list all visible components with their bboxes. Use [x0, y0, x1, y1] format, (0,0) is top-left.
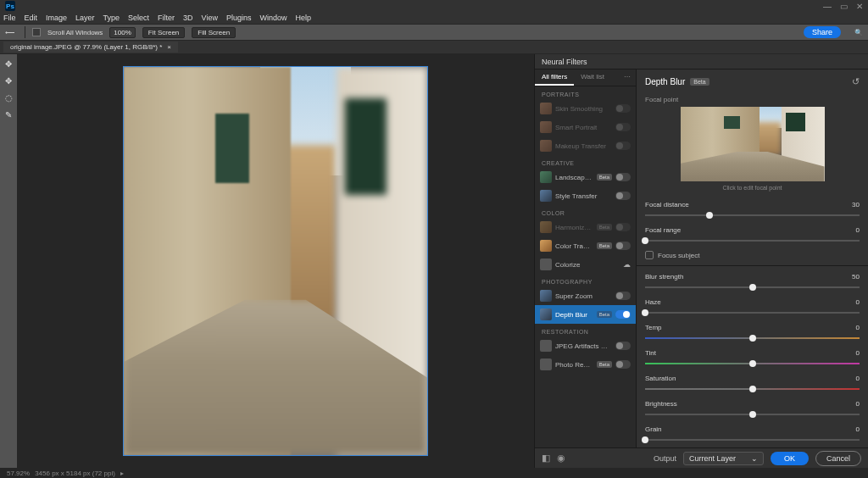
- focal-distance-slider[interactable]: [645, 211, 860, 220]
- menu-help[interactable]: Help: [296, 14, 312, 22]
- temp-value: 0: [856, 324, 860, 331]
- menu-image[interactable]: Image: [46, 14, 67, 22]
- divider: [25, 26, 25, 38]
- document-canvas[interactable]: [123, 66, 428, 456]
- menu-select[interactable]: Select: [128, 14, 149, 22]
- fit-screen-button[interactable]: Fit Screen: [142, 27, 185, 38]
- saturation-label: Saturation: [645, 375, 676, 382]
- window-minimize[interactable]: —: [823, 2, 832, 11]
- canvas-area[interactable]: [17, 54, 534, 468]
- menu-type[interactable]: Type: [103, 14, 120, 22]
- menubar: File Edit Image Layer Type Select Filter…: [0, 12, 868, 24]
- status-zoom[interactable]: 57.92%: [7, 470, 30, 477]
- chevron-down-icon: ⌄: [751, 454, 758, 463]
- cancel-button[interactable]: Cancel: [815, 451, 861, 466]
- app-logo: Ps: [5, 1, 15, 11]
- saturation-value: 0: [856, 375, 860, 382]
- temp-slider[interactable]: [645, 334, 860, 342]
- home-icon[interactable]: ⟵: [5, 29, 14, 36]
- document-tab-title: original image.JPEG @ 77.9% (Layer 1, RG…: [10, 43, 162, 51]
- focal-range-slider[interactable]: [645, 236, 860, 245]
- status-docinfo[interactable]: 3456 px x 5184 px (72 ppi): [35, 470, 115, 477]
- close-icon[interactable]: ×: [167, 43, 171, 51]
- menu-plugins[interactable]: Plugins: [226, 14, 252, 22]
- filter-style-transfer[interactable]: Style Transfer: [535, 186, 636, 205]
- focal-distance-label: Focal distance: [645, 201, 689, 208]
- filter-landscape-mixer[interactable]: Landscape MixerBeta: [535, 168, 636, 186]
- filter-skin-smoothing[interactable]: Skin Smoothing: [535, 99, 636, 118]
- filter-color-transfer[interactable]: Color TransferBeta: [535, 236, 636, 255]
- neural-filters-panel: Neural Filters All filters Wait list ⋯ P…: [534, 54, 868, 468]
- temp-label: Temp: [645, 324, 662, 331]
- focal-point-preview[interactable]: [681, 107, 825, 181]
- tab-all-filters[interactable]: All filters: [535, 69, 574, 86]
- filter-makeup-transfer[interactable]: Makeup Transfer: [535, 136, 636, 155]
- filter-colorize[interactable]: Colorize☁: [535, 255, 636, 274]
- share-button[interactable]: Share: [804, 26, 841, 38]
- haze-label: Haze: [645, 298, 661, 306]
- output-label: Output: [654, 454, 676, 463]
- brush-tool[interactable]: ✎: [3, 108, 14, 120]
- window-maximize[interactable]: ▭: [840, 2, 848, 11]
- menu-edit[interactable]: Edit: [25, 14, 38, 22]
- cat-color: COLOR: [535, 205, 636, 218]
- filter-title: Depth Blur: [645, 77, 685, 86]
- document-tabs: original image.JPEG @ 77.9% (Layer 1, RG…: [0, 41, 868, 54]
- grain-value: 0: [856, 425, 860, 433]
- titlebar: Ps — ▭ ✕: [0, 0, 868, 12]
- zoom-dropdown[interactable]: 100%: [109, 27, 135, 38]
- preview-caption: Click to edit focal point: [637, 181, 868, 197]
- tint-value: 0: [856, 349, 860, 357]
- tint-slider[interactable]: [645, 359, 860, 368]
- fill-screen-button[interactable]: Fill Screen: [192, 27, 236, 38]
- tint-label: Tint: [645, 349, 656, 357]
- hand-tool[interactable]: ✥: [3, 75, 14, 86]
- focal-distance-value: 30: [852, 201, 860, 208]
- filter-smart-portrait[interactable]: Smart Portrait: [535, 118, 636, 136]
- tools-panel: ✥ ✥ ◌ ✎: [0, 54, 17, 468]
- grain-slider[interactable]: [645, 436, 860, 444]
- document-tab[interactable]: original image.JPEG @ 77.9% (Layer 1, RG…: [3, 42, 178, 53]
- blur-strength-slider[interactable]: [645, 283, 860, 292]
- panel-footer: ◧ ◉ Output Current Layer⌄ OK Cancel: [535, 447, 868, 468]
- scroll-all-label: Scroll All Windows: [47, 29, 103, 36]
- focus-subject-checkbox[interactable]: Focus subject: [637, 248, 868, 262]
- more-icon[interactable]: ⋯: [619, 69, 636, 86]
- haze-slider[interactable]: [645, 308, 860, 317]
- menu-3d[interactable]: 3D: [183, 14, 193, 22]
- photographer-icon[interactable]: ◉: [557, 453, 565, 464]
- menu-window[interactable]: Window: [260, 14, 287, 22]
- tab-wait-list[interactable]: Wait list: [574, 69, 611, 86]
- output-dropdown[interactable]: Current Layer⌄: [683, 452, 764, 465]
- search-icon[interactable]: 🔍: [854, 29, 863, 36]
- menu-file[interactable]: File: [3, 14, 16, 22]
- blur-strength-value: 50: [852, 273, 860, 281]
- blur-strength-label: Blur strength: [645, 273, 683, 281]
- focal-range-value: 0: [856, 226, 860, 234]
- filter-photo-restoration[interactable]: Photo RestorationBeta: [535, 355, 636, 374]
- focus-subject-label: Focus subject: [658, 252, 699, 259]
- filter-super-zoom[interactable]: Super Zoom: [535, 286, 636, 305]
- brightness-slider[interactable]: [645, 410, 860, 419]
- focal-range-label: Focal range: [645, 226, 681, 234]
- panel-header: Neural Filters: [535, 54, 868, 69]
- menu-filter[interactable]: Filter: [158, 14, 175, 22]
- layer-compare-icon[interactable]: ◧: [542, 453, 550, 464]
- filter-harmonization[interactable]: HarmonizationBeta: [535, 218, 636, 236]
- status-bar: 57.92% 3456 px x 5184 px (72 ppi) ▸: [0, 468, 868, 478]
- window-close[interactable]: ✕: [856, 2, 863, 11]
- scroll-all-checkbox[interactable]: [32, 28, 41, 36]
- zoom-tool[interactable]: ◌: [3, 92, 14, 103]
- saturation-slider[interactable]: [645, 385, 860, 393]
- filter-depth-blur[interactable]: Depth BlurBeta: [535, 305, 636, 324]
- ok-button[interactable]: OK: [771, 452, 809, 465]
- reset-icon[interactable]: ↺: [852, 76, 860, 87]
- filter-jpeg-artifacts[interactable]: JPEG Artifacts Removal: [535, 336, 636, 355]
- haze-value: 0: [856, 298, 860, 306]
- menu-layer[interactable]: Layer: [75, 14, 95, 22]
- menu-view[interactable]: View: [202, 14, 218, 22]
- move-tool[interactable]: ✥: [3, 58, 14, 69]
- chevron-right-icon[interactable]: ▸: [120, 470, 124, 477]
- focal-point-label: Focal point: [637, 94, 868, 107]
- beta-badge: Beta: [690, 78, 709, 86]
